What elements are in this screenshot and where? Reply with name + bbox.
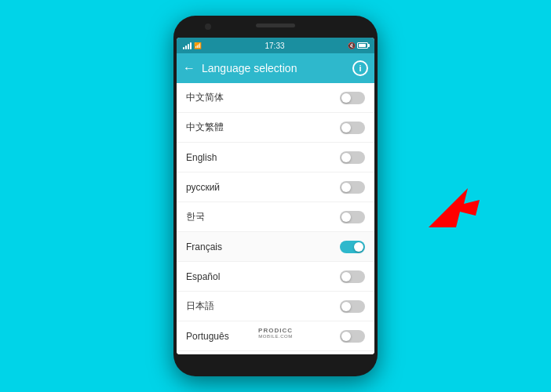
language-name-3: русский	[186, 182, 220, 193]
language-toggle-2[interactable]	[340, 151, 365, 164]
battery-icon	[357, 42, 368, 49]
language-item-2[interactable]: English	[177, 143, 374, 172]
time-display: 17:33	[265, 42, 284, 50]
language-item-5[interactable]: Français	[177, 232, 374, 262]
app-top-bar: ← Language selection i	[177, 53, 374, 83]
language-toggle-0[interactable]	[340, 92, 365, 104]
language-name-1: 中文繁體	[186, 121, 224, 134]
language-toggle-8[interactable]	[340, 330, 365, 343]
volume-icon: 🔇	[348, 42, 356, 49]
language-toggle-7[interactable]	[340, 300, 365, 313]
signal-icon	[183, 42, 192, 49]
language-item-6[interactable]: Español	[177, 262, 374, 292]
language-item-1[interactable]: 中文繁體	[177, 113, 374, 143]
language-item-7[interactable]: 日本語	[177, 292, 374, 321]
phone-camera	[205, 24, 211, 30]
language-item-4[interactable]: 한국	[177, 202, 374, 232]
phone-speaker	[256, 24, 295, 27]
language-toggle-6[interactable]	[340, 270, 365, 283]
page-title: Language selection	[202, 62, 352, 74]
language-item-3[interactable]: русский	[177, 172, 374, 202]
wifi-icon: 📶	[194, 42, 202, 49]
watermark: PRODICC MOBILE.COM	[240, 327, 311, 339]
language-name-6: Español	[186, 271, 220, 282]
language-item-0[interactable]: 中文简体	[177, 83, 374, 113]
status-bar: 📶 17:33 🔇	[177, 38, 374, 53]
language-name-7: 日本語	[186, 299, 214, 313]
language-toggle-4[interactable]	[340, 211, 365, 223]
phone-screen: 📶 17:33 🔇 ← Language selection i 中文简体中文繁…	[177, 38, 374, 354]
back-button[interactable]: ←	[183, 61, 195, 75]
info-button[interactable]: i	[352, 60, 368, 76]
language-name-5: Français	[186, 241, 222, 252]
language-toggle-1[interactable]	[340, 122, 365, 134]
language-list: 中文简体中文繁體Englishрусский한국FrançaisEspañol日…	[177, 83, 374, 354]
language-toggle-5[interactable]	[340, 241, 365, 253]
language-name-2: English	[186, 152, 217, 163]
language-toggle-3[interactable]	[340, 181, 365, 194]
language-name-8: Português	[186, 331, 229, 342]
svg-marker-0	[429, 188, 480, 227]
phone-body: 📶 17:33 🔇 ← Language selection i 中文简体中文繁…	[173, 16, 378, 376]
language-name-0: 中文简体	[186, 91, 224, 104]
language-name-4: 한국	[186, 210, 205, 223]
phone-wrapper: 📶 17:33 🔇 ← Language selection i 中文简体中文繁…	[173, 16, 378, 376]
